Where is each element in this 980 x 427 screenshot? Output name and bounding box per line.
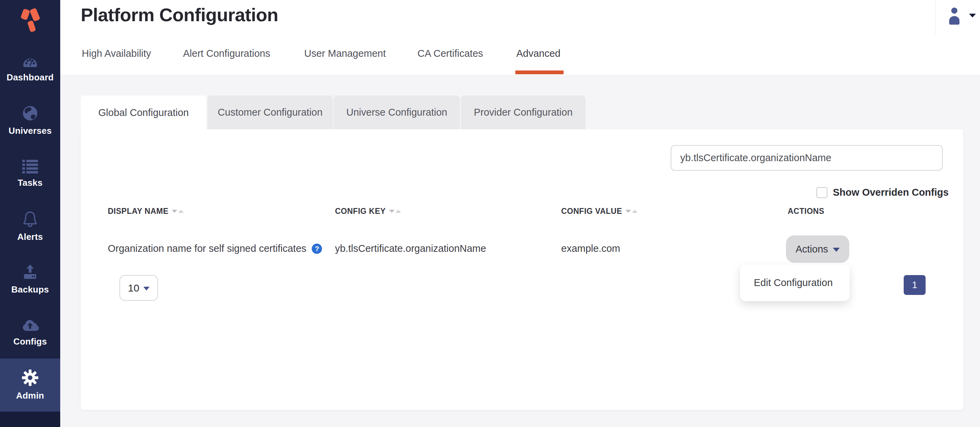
table-row-display-name: Organization name for self signed certif… <box>108 243 322 254</box>
sidebar-item-label: Admin <box>16 390 44 401</box>
tab-alert-configurations[interactable]: Alert Configurations <box>183 48 270 59</box>
sidebar-item-label: Dashboard <box>6 72 54 83</box>
tab-advanced[interactable]: Advanced <box>516 48 560 59</box>
column-header-config-value[interactable]: CONFIG VALUE <box>561 207 638 216</box>
sidebar-item-label: Tasks <box>18 178 43 188</box>
sidebar-item-label: Backups <box>11 284 49 295</box>
column-header-display-name[interactable]: DISPLAY NAME <box>108 207 184 216</box>
sidebar-item-label: Alerts <box>18 232 43 242</box>
yugabyte-logo-icon <box>19 7 41 34</box>
sort-icons[interactable] <box>172 210 184 213</box>
tab-user-management[interactable]: User Management <box>304 48 386 59</box>
user-menu[interactable] <box>948 7 976 25</box>
sidebar-item-universes[interactable]: Universes <box>0 94 60 147</box>
sidebar-item-label: Universes <box>8 125 52 136</box>
column-header-actions: ACTIONS <box>788 207 824 216</box>
upload-tray-icon <box>22 264 38 280</box>
pagination-page-1[interactable]: 1 <box>904 275 926 295</box>
sort-icons[interactable] <box>389 210 401 213</box>
sidebar-item-admin[interactable]: Admin <box>0 359 60 412</box>
subtab-label: Global Configuration <box>98 107 189 118</box>
sidebar-item-tasks[interactable]: Tasks <box>0 147 60 200</box>
page-size-dropdown[interactable]: 10 <box>119 275 158 301</box>
table-row-config-value: example.com <box>561 243 620 254</box>
sidebar-item-alerts[interactable]: Alerts <box>0 200 60 253</box>
column-header-config-key[interactable]: CONFIG KEY <box>335 207 401 216</box>
user-icon <box>948 7 960 25</box>
globe-icon <box>22 105 38 121</box>
subtab-label: Provider Configuration <box>474 107 573 118</box>
sort-icons[interactable] <box>625 210 638 213</box>
gauge-icon <box>22 52 38 68</box>
cloud-upload-icon <box>21 317 39 332</box>
subtab-provider-configuration[interactable]: Provider Configuration <box>461 95 585 129</box>
header-divider <box>935 0 935 35</box>
subtab-global-configuration[interactable]: Global Configuration <box>81 95 206 130</box>
menu-item-edit-configuration[interactable]: Edit Configuration <box>740 277 833 289</box>
show-overridden-configs: Show Overriden Configs <box>816 187 948 198</box>
active-tab-underline <box>515 70 563 74</box>
bell-icon <box>22 210 38 227</box>
chevron-down-icon <box>143 287 150 290</box>
global-configuration-panel: Show Overriden Configs DISPLAY NAME CONF… <box>81 129 963 410</box>
config-search-input[interactable] <box>671 145 943 171</box>
tab-high-availability[interactable]: High Availability <box>82 48 151 59</box>
chevron-down-icon <box>833 248 840 252</box>
sidebar-item-label: Configs <box>13 337 47 347</box>
sidebar: Dashboard Universes Tasks <box>0 0 60 427</box>
sidebar-item-backups[interactable]: Backups <box>0 253 60 306</box>
gear-icon <box>22 369 39 386</box>
sidebar-item-configs[interactable]: Configs <box>0 306 60 359</box>
tab-ca-certificates[interactable]: CA Certificates <box>417 48 483 59</box>
actions-button[interactable]: Actions <box>786 235 849 263</box>
subtab-label: Customer Configuration <box>218 107 322 118</box>
show-overridden-label: Show Overriden Configs <box>833 187 948 198</box>
help-icon[interactable]: ? <box>312 244 322 254</box>
sidebar-footer-strip <box>0 412 60 427</box>
sidebar-item-dashboard[interactable]: Dashboard <box>0 41 60 94</box>
chevron-down-icon <box>969 14 976 17</box>
page-title: Platform Configuration <box>81 4 278 25</box>
page-header: Platform Configuration High Availability… <box>60 0 980 75</box>
show-overridden-checkbox[interactable] <box>816 187 827 198</box>
actions-dropdown-menu: Edit Configuration <box>740 265 850 301</box>
task-list-icon <box>22 159 39 173</box>
subtab-universe-configuration[interactable]: Universe Configuration <box>334 95 460 129</box>
table-row-config-key: yb.tlsCertificate.organizationName <box>335 243 486 254</box>
subtab-label: Universe Configuration <box>346 107 447 118</box>
subtab-customer-configuration[interactable]: Customer Configuration <box>207 95 333 129</box>
yugabyte-logo[interactable] <box>0 0 60 41</box>
platform-configuration-screen: Dashboard Universes Tasks <box>0 0 980 427</box>
